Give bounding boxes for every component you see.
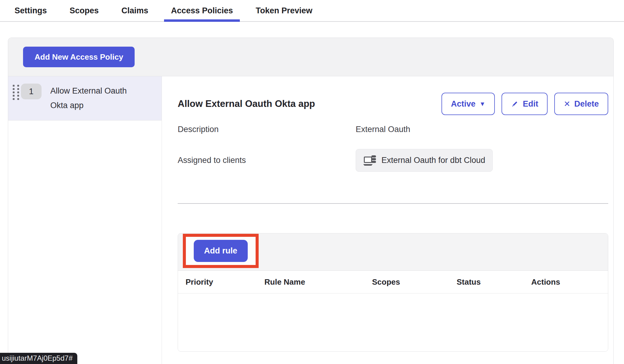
assigned-client-label: External Oauth for dbt Cloud: [381, 156, 485, 165]
tab-scopes[interactable]: Scopes: [63, 0, 106, 22]
assigned-client-chip[interactable]: External Oauth for dbt Cloud: [356, 149, 493, 172]
field-row-assigned-clients: Assigned to clients: [178, 149, 608, 172]
column-header-status: Status: [457, 277, 531, 287]
policy-actions: Active ▼ Edit: [441, 93, 608, 115]
policy-fields: Description External Oauth Assigned to c…: [178, 125, 608, 172]
tab-settings[interactable]: Settings: [8, 0, 54, 22]
edit-button-label: Edit: [523, 99, 538, 109]
column-header-rule-name: Rule Name: [264, 277, 372, 287]
section-divider: [178, 203, 608, 204]
add-rule-button[interactable]: Add rule: [194, 240, 248, 262]
chevron-down-icon: ▼: [479, 101, 485, 107]
delete-button[interactable]: ✕ Delete: [554, 93, 608, 115]
add-new-access-policy-button[interactable]: Add New Access Policy: [23, 47, 135, 67]
status-dropdown-label: Active: [451, 99, 475, 109]
rules-table-header: Priority Rule Name Scopes Status Actions: [178, 271, 608, 293]
drag-handle-icon[interactable]: [13, 85, 19, 100]
access-policies-page: Settings Scopes Claims Access Policies T…: [0, 0, 624, 364]
tab-bar: Settings Scopes Claims Access Policies T…: [0, 0, 624, 22]
policy-title: Allow External Oauth Okta app: [178, 98, 315, 109]
tab-claims[interactable]: Claims: [115, 0, 156, 22]
delete-button-label: Delete: [574, 99, 599, 109]
policy-list: 1 Allow External Oauth Okta app: [8, 76, 162, 364]
card-body: 1 Allow External Oauth Okta app Allow Ex…: [8, 76, 613, 364]
pencil-icon: [511, 100, 519, 108]
tab-access-policies[interactable]: Access Policies: [164, 0, 240, 22]
policy-name: Allow External Oauth Okta app: [50, 84, 141, 113]
rules-header: Add rule: [178, 233, 608, 271]
field-value: External Oauth: [356, 125, 608, 134]
rules-table-empty-body: [178, 293, 608, 351]
x-icon: ✕: [564, 100, 570, 108]
access-policies-card: Add New Access Policy 1 Allow External O…: [8, 38, 614, 364]
column-header-priority: Priority: [186, 277, 264, 287]
client-app-icon: [363, 155, 377, 166]
detail-header: Allow External Oauth Okta app Active ▼: [178, 76, 608, 115]
card-header: Add New Access Policy: [8, 38, 613, 76]
field-row-description: Description External Oauth: [178, 125, 608, 134]
highlight-annotation-box: Add rule: [183, 234, 259, 268]
column-header-actions: Actions: [531, 277, 608, 287]
field-label: Assigned to clients: [178, 156, 356, 165]
rules-card: Add rule Priority Rule Name Scopes Statu…: [178, 233, 608, 352]
policy-list-item[interactable]: 1 Allow External Oauth Okta app: [8, 76, 162, 121]
tab-token-preview[interactable]: Token Preview: [249, 0, 319, 22]
policy-priority-badge: 1: [21, 84, 42, 99]
status-dropdown-button[interactable]: Active ▼: [441, 93, 495, 115]
edit-button[interactable]: Edit: [502, 93, 548, 115]
status-bar-tooltip: usijiutarM7Aj0Ep5d7#: [0, 353, 77, 364]
column-header-scopes: Scopes: [372, 277, 457, 287]
field-label: Description: [178, 125, 356, 134]
policy-detail-pane: Allow External Oauth Okta app Active ▼: [162, 76, 614, 364]
